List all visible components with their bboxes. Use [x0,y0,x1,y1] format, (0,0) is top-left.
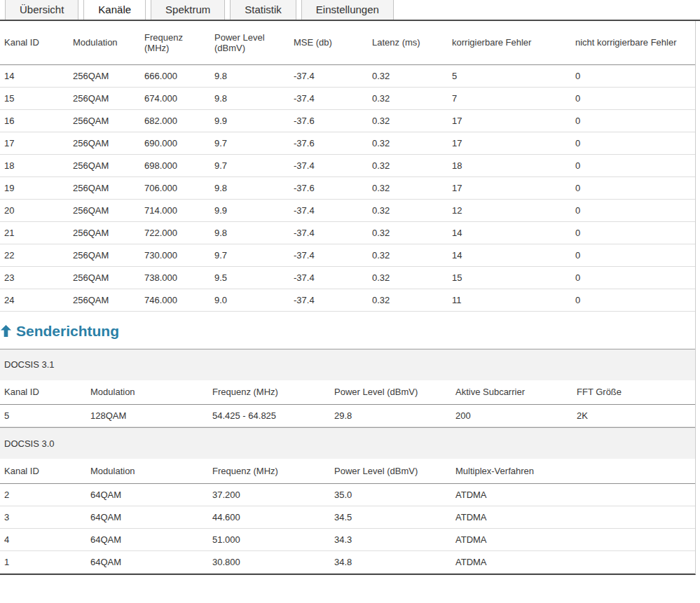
cell: 722.000 [140,221,210,244]
cell: 0 [571,154,695,176]
column-header-frequenz-mhz-: Frequenz (MHz) [208,380,330,405]
cell: 9.7 [210,244,289,266]
cell: 19 [0,176,69,199]
cell: 256QAM [69,154,140,176]
cell: 23 [0,266,69,289]
cell: 9.0 [210,289,289,311]
cell: 29.8 [330,405,451,427]
column-header-aktive-subcarrier: Aktive Subcarrier [451,380,572,405]
cell: 256QAM [69,266,140,289]
cell: 0.32 [368,109,448,132]
column-header-multiplex-verfahren: Multiplex-Verfahren [451,459,695,483]
cell: 256QAM [69,176,140,199]
cell: 0 [571,221,695,244]
cell: 0.32 [368,266,448,289]
upstream-heading-label: Senderichtung [16,323,119,340]
cell: 20 [0,199,69,221]
table-row: 24256QAM746.0009.0-37.40.32110 [0,289,695,311]
cell: 0 [571,176,695,199]
cell: 714.000 [140,199,210,221]
tab-einstellungen[interactable]: Einstellungen [301,0,394,20]
cell: 14 [448,244,571,266]
tab-spektrum[interactable]: Spektrum [151,0,225,20]
cell: 666.000 [140,64,210,87]
table-row: 264QAM37.20035.0ATDMA [0,483,695,506]
cell: 256QAM [69,244,140,266]
cell: 256QAM [69,289,140,311]
cell: -37.4 [289,266,368,289]
cell: 0 [571,109,695,132]
column-header-frequenz-mhz-: Frequenz (MHz) [140,21,210,64]
cell: -37.4 [289,154,368,176]
cell: 5 [448,64,571,87]
cell: -37.4 [289,87,368,109]
cell: 200 [451,405,572,427]
cell: -37.4 [289,221,368,244]
cell: 18 [0,154,69,176]
upstream-heading: Senderichtung [0,312,695,349]
cell: -37.4 [289,244,368,266]
cell: 256QAM [69,132,140,154]
cell: 11 [448,289,571,311]
table-row: 19256QAM706.0009.8-37.60.32170 [0,176,695,199]
section-title-docsis-3-1: DOCSIS 3.1 [0,349,695,380]
cell: 0 [571,64,695,87]
cell: 64QAM [86,506,208,528]
cell: 256QAM [69,221,140,244]
cell: 64QAM [86,550,208,573]
table-row: 364QAM44.60034.5ATDMA [0,506,695,528]
cell: 17 [448,109,571,132]
cell: 9.8 [210,221,289,244]
tab-kanale[interactable]: Kanäle [83,0,146,20]
cell: 698.000 [140,154,210,176]
cell: 256QAM [69,87,140,109]
cell: 674.000 [140,87,210,109]
cell: 17 [448,176,571,199]
cell: 682.000 [140,109,210,132]
cell: 64QAM [86,483,208,506]
table-row: 23256QAM738.0009.5-37.40.32150 [0,266,695,289]
cell: 0 [571,87,695,109]
cell: -37.4 [289,64,368,87]
cell: 2 [0,483,86,506]
section-title-docsis-3-0: DOCSIS 3.0 [0,427,695,459]
cell: 16 [0,109,69,132]
column-header-kanal-id: Kanal ID [0,380,86,405]
cell: -37.4 [289,199,368,221]
cell: 12 [448,199,571,221]
tab-ubersicht[interactable]: Übersicht [5,0,78,20]
cell: 9.7 [210,132,289,154]
main-content: Kanal IDModulationFrequenz (MHz)Power Le… [0,21,696,575]
cell: 15 [448,266,571,289]
tab-statistik[interactable]: Statistik [230,0,296,20]
table-row: 15256QAM674.0009.8-37.40.3270 [0,87,695,109]
cell: 0 [571,132,695,154]
cell: 128QAM [86,405,208,427]
table-row: 20256QAM714.0009.9-37.40.32120 [0,199,695,221]
cell: 2K [572,405,695,427]
cell: 0 [571,266,695,289]
cell: 690.000 [140,132,210,154]
cell: ATDMA [451,528,695,550]
header-row: Kanal IDModulationFrequenz (MHz)Power Le… [0,380,695,405]
column-header-modulation: Modulation [86,459,208,483]
cell: -37.6 [289,109,368,132]
cell: 738.000 [140,266,210,289]
cell: 44.600 [208,506,330,528]
column-header-mse-db-: MSE (db) [289,21,368,64]
cell: 37.200 [208,483,330,506]
cell: 746.000 [140,289,210,311]
up-arrow-icon [1,325,11,337]
table-row: 14256QAM666.0009.8-37.40.3250 [0,64,695,87]
cell: 0 [571,289,695,311]
cell: 34.3 [330,528,451,550]
cell: 54.425 - 64.825 [208,405,330,427]
cell: 17 [0,132,69,154]
column-header-frequenz-mhz-: Frequenz (MHz) [208,459,330,483]
table-row: 164QAM30.80034.8ATDMA [0,550,695,573]
cell: ATDMA [451,506,695,528]
column-header-power-level-dbmv-: Power Level (dBmV) [330,380,451,405]
table-row: 5128QAM54.425 - 64.82529.82002K [0,405,695,427]
cell: 256QAM [69,109,140,132]
cell: 256QAM [69,199,140,221]
